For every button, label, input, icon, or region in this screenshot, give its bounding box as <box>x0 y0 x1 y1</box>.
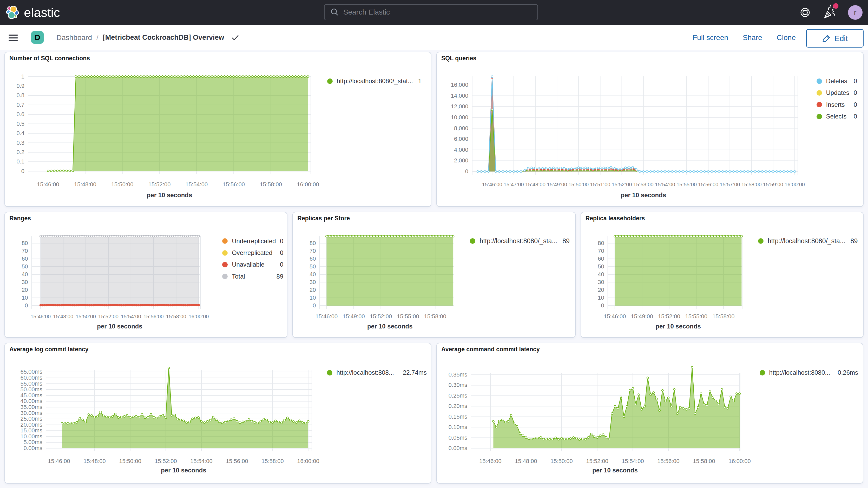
svg-text:70: 70 <box>598 248 604 254</box>
svg-text:per 10 seconds: per 10 seconds <box>655 323 701 330</box>
svg-text:15:52:00: 15:52:00 <box>98 314 119 319</box>
svg-text:per 10 seconds: per 10 seconds <box>161 467 206 474</box>
svg-text:70: 70 <box>22 248 28 254</box>
svg-text:40.00ms: 40.00ms <box>21 398 42 404</box>
svg-text:0.6: 0.6 <box>17 111 24 118</box>
svg-text:15:48:00: 15:48:00 <box>53 314 73 319</box>
svg-text:65.00ms: 65.00ms <box>21 368 42 375</box>
svg-text:20: 20 <box>598 286 604 293</box>
svg-text:0.00ms: 0.00ms <box>24 445 42 451</box>
svg-text:15:56:00: 15:56:00 <box>222 181 245 188</box>
svg-text:50.00ms: 50.00ms <box>21 386 42 393</box>
svg-text:12,000: 12,000 <box>451 103 468 110</box>
svg-text:15:56:00: 15:56:00 <box>657 458 680 464</box>
svg-text:10: 10 <box>22 295 28 301</box>
svg-text:30: 30 <box>22 279 28 285</box>
svg-text:4,000: 4,000 <box>454 147 468 153</box>
svg-text:15:58:00: 15:58:00 <box>259 181 282 188</box>
svg-text:0.25ms: 0.25ms <box>448 392 467 399</box>
svg-text:20: 20 <box>22 286 28 293</box>
svg-text:15:54:00: 15:54:00 <box>655 182 675 187</box>
svg-text:0.2: 0.2 <box>17 149 24 155</box>
svg-text:15:49:00: 15:49:00 <box>547 182 567 187</box>
svg-text:50: 50 <box>22 263 28 270</box>
svg-text:15:55:00: 15:55:00 <box>677 182 697 187</box>
svg-text:15:53:00: 15:53:00 <box>633 182 654 187</box>
svg-text:15.00ms: 15.00ms <box>21 427 42 434</box>
svg-text:40: 40 <box>22 271 28 277</box>
svg-text:60: 60 <box>22 255 28 262</box>
svg-text:80: 80 <box>598 240 604 246</box>
svg-text:40: 40 <box>310 271 316 277</box>
svg-text:45.00ms: 45.00ms <box>21 392 42 399</box>
svg-text:0.8: 0.8 <box>17 92 24 98</box>
svg-text:15:54:00: 15:54:00 <box>190 458 213 464</box>
svg-text:15:46:00: 15:46:00 <box>482 182 502 187</box>
svg-text:15:50:00: 15:50:00 <box>111 181 133 188</box>
svg-text:15:59:00: 15:59:00 <box>763 182 783 187</box>
svg-text:15:58:00: 15:58:00 <box>693 458 715 464</box>
svg-text:15:56:00: 15:56:00 <box>226 458 248 464</box>
svg-text:5.00ms: 5.00ms <box>24 439 42 446</box>
svg-text:15:46:00: 15:46:00 <box>315 313 338 319</box>
svg-text:6,000: 6,000 <box>454 135 468 142</box>
svg-text:15:54:00: 15:54:00 <box>186 181 208 188</box>
svg-text:15:57:00: 15:57:00 <box>720 182 740 187</box>
svg-text:15:58:00: 15:58:00 <box>712 313 735 319</box>
svg-text:70: 70 <box>310 248 316 254</box>
svg-text:2,000: 2,000 <box>454 157 468 164</box>
svg-text:30: 30 <box>598 279 604 285</box>
svg-text:15:58:00: 15:58:00 <box>261 458 284 464</box>
svg-text:25.00ms: 25.00ms <box>21 416 42 422</box>
svg-text:15:58:00: 15:58:00 <box>424 313 446 319</box>
svg-text:8,000: 8,000 <box>454 125 468 131</box>
svg-text:0.1: 0.1 <box>17 158 24 165</box>
svg-text:0.9: 0.9 <box>17 83 24 89</box>
svg-text:16:00:00: 16:00:00 <box>784 182 805 187</box>
svg-text:0.5: 0.5 <box>17 121 24 127</box>
svg-text:30.00ms: 30.00ms <box>21 410 42 416</box>
svg-text:15:50:00: 15:50:00 <box>568 182 589 187</box>
svg-text:0.35ms: 0.35ms <box>448 371 467 378</box>
svg-text:15:54:00: 15:54:00 <box>622 458 644 464</box>
svg-text:15:49:00: 15:49:00 <box>631 313 653 319</box>
svg-text:15:54:00: 15:54:00 <box>121 314 141 319</box>
svg-text:0.7: 0.7 <box>17 101 24 108</box>
svg-text:15:55:00: 15:55:00 <box>397 313 420 319</box>
svg-text:16:00:00: 16:00:00 <box>728 458 751 464</box>
svg-text:30: 30 <box>310 279 316 285</box>
svg-text:20: 20 <box>310 286 316 293</box>
svg-text:0.10ms: 0.10ms <box>448 424 467 430</box>
svg-text:15:46:00: 15:46:00 <box>30 314 51 319</box>
svg-text:15:46:00: 15:46:00 <box>48 458 70 464</box>
svg-text:15:50:00: 15:50:00 <box>551 458 573 464</box>
svg-text:20.00ms: 20.00ms <box>21 422 42 428</box>
svg-text:0.15ms: 0.15ms <box>448 414 467 420</box>
svg-text:15:52:00: 15:52:00 <box>370 313 392 319</box>
svg-text:60: 60 <box>598 255 604 262</box>
svg-text:16:00:00: 16:00:00 <box>189 314 209 319</box>
svg-text:15:56:00: 15:56:00 <box>144 314 164 319</box>
svg-text:15:46:00: 15:46:00 <box>37 181 59 188</box>
svg-text:1: 1 <box>21 73 24 80</box>
svg-text:16:00:00: 16:00:00 <box>297 458 319 464</box>
svg-text:40: 40 <box>598 271 604 277</box>
svg-text:per 10 seconds: per 10 seconds <box>621 191 666 199</box>
svg-text:80: 80 <box>22 240 28 246</box>
svg-text:per 10 seconds: per 10 seconds <box>147 191 192 199</box>
svg-text:10.00ms: 10.00ms <box>21 433 42 440</box>
svg-text:0: 0 <box>465 168 468 175</box>
svg-text:15:46:00: 15:46:00 <box>479 458 502 464</box>
svg-text:0.4: 0.4 <box>17 130 24 136</box>
svg-text:15:58:00: 15:58:00 <box>741 182 762 187</box>
svg-text:10: 10 <box>310 295 316 301</box>
svg-text:0.20ms: 0.20ms <box>448 403 467 409</box>
svg-text:60.00ms: 60.00ms <box>21 374 42 381</box>
svg-text:15:50:00: 15:50:00 <box>119 458 142 464</box>
svg-text:15:52:00: 15:52:00 <box>155 458 177 464</box>
svg-text:0: 0 <box>601 302 604 309</box>
svg-text:0: 0 <box>313 302 316 309</box>
svg-text:15:56:00: 15:56:00 <box>698 182 718 187</box>
svg-text:80: 80 <box>310 240 316 246</box>
svg-text:10,000: 10,000 <box>451 114 468 121</box>
